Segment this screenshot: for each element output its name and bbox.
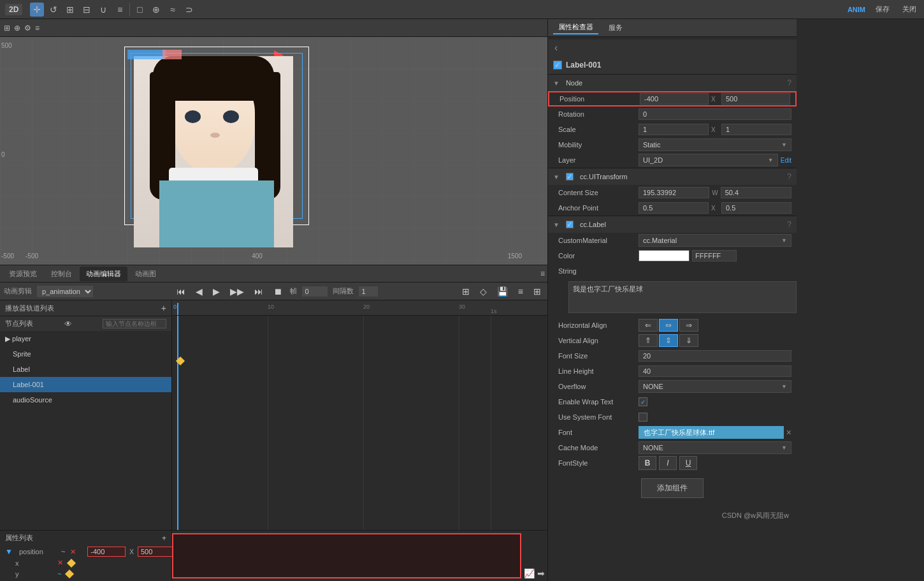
- section-uit-help[interactable]: ?: [787, 172, 791, 181]
- tool-approx[interactable]: ≈: [166, 3, 180, 17]
- node-sprite[interactable]: Sprite: [0, 346, 171, 362]
- overflow-dropdown[interactable]: NONE ▼: [639, 380, 791, 393]
- tool-add[interactable]: ⊕: [149, 3, 163, 17]
- font-bold-btn[interactable]: B: [639, 456, 656, 470]
- scene-canvas[interactable]: 500 0 -500 -500 400 1500 ▶: [0, 37, 547, 265]
- scene-icon-1[interactable]: ⊞: [4, 24, 10, 33]
- props-keyframe-diamond[interactable]: [79, 549, 83, 554]
- h-align-left[interactable]: ⇐: [639, 319, 658, 332]
- anim-settings-btn[interactable]: ≡: [516, 285, 526, 298]
- layer-edit-btn[interactable]: Edit: [781, 157, 791, 164]
- node-label001[interactable]: Label-001: [0, 377, 171, 392]
- anim-grid-btn[interactable]: ⊞: [459, 285, 472, 298]
- props-arrow-icon[interactable]: ➡: [537, 568, 545, 578]
- color-preview[interactable]: [639, 250, 689, 261]
- anim-btn-prev[interactable]: ◀: [193, 285, 205, 298]
- tool-box[interactable]: □: [133, 3, 147, 17]
- system-font-checkbox[interactable]: [639, 413, 647, 422]
- mobility-dropdown[interactable]: Static ▼: [639, 138, 791, 151]
- font-underline-btn[interactable]: U: [679, 456, 697, 470]
- layer-dropdown[interactable]: UI_2D ▼: [639, 154, 778, 166]
- anim-anchor-btn[interactable]: ◇: [477, 285, 489, 298]
- props-y-input[interactable]: [138, 547, 176, 557]
- tracks-add-btn[interactable]: +: [161, 303, 166, 313]
- h-align-center[interactable]: ⇔: [659, 319, 678, 332]
- scale-y-input[interactable]: [721, 124, 791, 135]
- inspector-tab-services[interactable]: 服务: [603, 22, 628, 34]
- close-btn[interactable]: 关闭: [900, 3, 919, 15]
- nodes-eye-icon[interactable]: 👁: [64, 320, 72, 328]
- scene-icon-4[interactable]: ≡: [35, 24, 40, 33]
- content-size-h-input[interactable]: [721, 187, 791, 198]
- v-align-bottom[interactable]: ⇓: [679, 334, 698, 347]
- anim-clip-select[interactable]: p_animation: [37, 286, 93, 297]
- h-align-right[interactable]: ⇒: [679, 319, 698, 332]
- font-italic-btn[interactable]: I: [659, 456, 677, 470]
- props-y-diamond[interactable]: [65, 569, 74, 578]
- nav-back-arrow[interactable]: ‹: [553, 41, 559, 55]
- tab-assets[interactable]: 资源预览: [3, 267, 43, 281]
- mode-label-2d[interactable]: 2D: [5, 4, 22, 15]
- uitransform-checkbox[interactable]: ✓: [566, 173, 574, 180]
- v-align-mid[interactable]: ⇕: [659, 334, 678, 347]
- node-enable-checkbox[interactable]: ✓: [553, 61, 562, 70]
- anim-interval-input[interactable]: [359, 286, 378, 297]
- section-node-header[interactable]: ▼ Node ?: [548, 75, 797, 91]
- section-label-header[interactable]: ▼ ✓ cc.Label ?: [548, 216, 797, 233]
- anim-btn-skipfwd[interactable]: ⏭: [252, 285, 266, 298]
- tool-snap[interactable]: ⊃: [182, 3, 196, 17]
- scale-x-input[interactable]: [639, 124, 709, 135]
- content-size-w-input[interactable]: [639, 187, 709, 198]
- anim-btn-stop[interactable]: ⏹: [271, 285, 285, 298]
- position-y-input[interactable]: [721, 93, 790, 105]
- anim-btn-next[interactable]: ▶▶: [227, 285, 247, 298]
- font-clear-btn[interactable]: ×: [786, 427, 791, 438]
- tab-anim-editor[interactable]: 动画编辑器: [80, 267, 127, 281]
- anim-label[interactable]: ANIM: [848, 6, 865, 13]
- inspector-tab-props[interactable]: 属性检查器: [553, 21, 598, 34]
- anim-btn-play[interactable]: ▶: [210, 285, 222, 298]
- rotation-input[interactable]: [639, 108, 791, 120]
- scene-icon-2[interactable]: ⊕: [14, 24, 20, 33]
- panel-menu-icon[interactable]: ≡: [540, 269, 545, 278]
- section-node-help[interactable]: ?: [787, 78, 791, 87]
- anim-btn-skipback[interactable]: ⏮: [174, 285, 188, 298]
- props-chart-icon[interactable]: 📈: [524, 568, 535, 578]
- save-btn[interactable]: 保存: [873, 3, 892, 15]
- wrap-text-checkbox[interactable]: [639, 397, 647, 406]
- anim-save-btn[interactable]: 💾: [494, 285, 510, 298]
- cache-mode-dropdown[interactable]: NONE ▼: [639, 441, 791, 454]
- node-audio[interactable]: audioSource: [0, 392, 171, 408]
- section-label-help[interactable]: ?: [787, 220, 791, 229]
- tool-rect[interactable]: ⊟: [80, 3, 94, 17]
- props-x-diamond[interactable]: [67, 558, 76, 567]
- anchor-y-input[interactable]: [721, 202, 791, 214]
- timeline-body[interactable]: [172, 316, 547, 530]
- add-component-btn[interactable]: 添加组件: [641, 478, 704, 498]
- font-size-input[interactable]: [639, 350, 791, 362]
- props-x-input[interactable]: [87, 547, 126, 557]
- anim-more-btn[interactable]: ⊞: [531, 285, 544, 298]
- line-height-input[interactable]: [639, 365, 791, 377]
- color-hex-input[interactable]: [692, 250, 737, 261]
- node-label[interactable]: Label: [0, 362, 171, 377]
- anim-frame-input[interactable]: [302, 286, 328, 297]
- tool-select[interactable]: ≡: [113, 3, 127, 17]
- tab-console[interactable]: 控制台: [45, 267, 78, 281]
- tool-scale[interactable]: ⊞: [63, 3, 77, 17]
- tool-rotate[interactable]: ↺: [47, 3, 61, 17]
- tool-move[interactable]: ✛: [30, 3, 44, 17]
- node-player[interactable]: ▶ player: [0, 331, 171, 346]
- tool-union[interactable]: ∪: [96, 3, 110, 17]
- anchor-x-input[interactable]: [639, 202, 709, 214]
- nodes-search-input[interactable]: [103, 319, 166, 328]
- v-align-top[interactable]: ⇑: [639, 334, 658, 347]
- position-x-input[interactable]: [640, 93, 709, 105]
- section-uitransform-header[interactable]: ▼ ✓ cc.UITransform ?: [548, 168, 797, 185]
- label-checkbox[interactable]: ✓: [566, 221, 574, 228]
- custom-material-dropdown[interactable]: cc.Material ▼: [639, 234, 791, 247]
- string-textarea[interactable]: 我是也字工厂快乐星球: [568, 281, 797, 313]
- props-add-btn[interactable]: +: [162, 534, 166, 543]
- scene-icon-3[interactable]: ⚙: [24, 24, 31, 33]
- font-select-btn[interactable]: 也字工厂快乐星球体.ttf: [639, 426, 784, 439]
